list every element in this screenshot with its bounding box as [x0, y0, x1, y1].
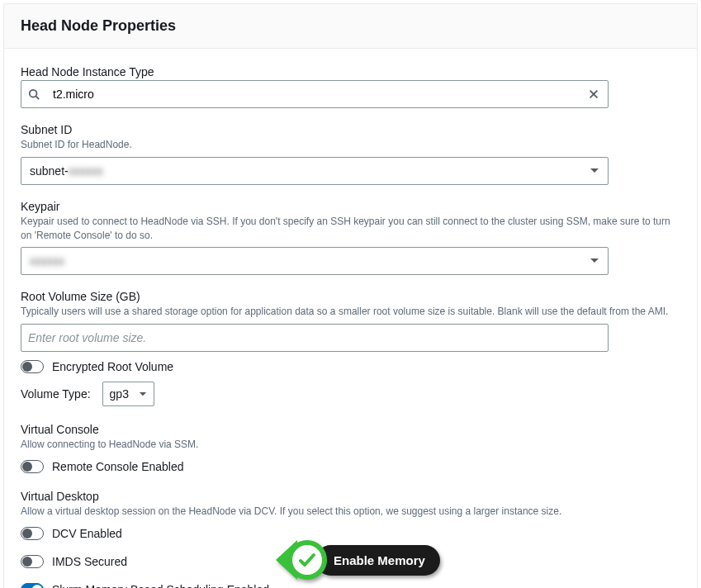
- callout-label: Enable Memory: [315, 545, 440, 576]
- root-volume-input[interactable]: [21, 326, 608, 349]
- root-volume-desc: Typically users will use a shared storag…: [21, 305, 680, 319]
- subnet-select[interactable]: subnet-xxxxxx: [21, 157, 609, 185]
- slurm-toggle[interactable]: [21, 583, 44, 588]
- dcv-toggle-row: DCV Enabled: [21, 527, 680, 540]
- virtual-desktop-label: Virtual Desktop: [21, 490, 680, 503]
- keypair-desc: Keypair used to connect to HeadNode via …: [21, 215, 680, 243]
- field-instance-type: Head Node Instance Type: [21, 65, 680, 108]
- panel-header: Head Node Properties: [4, 4, 697, 49]
- volume-type-select[interactable]: gp3: [102, 382, 154, 406]
- page-title: Head Node Properties: [21, 17, 680, 35]
- encrypted-toggle-row: Encrypted Root Volume: [21, 360, 680, 373]
- remote-console-toggle[interactable]: [21, 460, 44, 473]
- subnet-label: Subnet ID: [21, 123, 680, 136]
- virtual-console-label: Virtual Console: [21, 423, 680, 436]
- volume-type-value: gp3: [110, 387, 129, 401]
- root-volume-label: Root Volume Size (GB): [21, 290, 680, 303]
- caret-down-icon: [590, 258, 599, 264]
- field-keypair: Keypair Keypair used to connect to HeadN…: [21, 200, 680, 276]
- callout-check-circle: [287, 540, 327, 580]
- field-subnet: Subnet ID Subnet ID for HeadNode. subnet…: [21, 123, 680, 185]
- root-volume-input-wrap[interactable]: [21, 324, 609, 352]
- svg-point-0: [30, 90, 37, 97]
- field-root-volume: Root Volume Size (GB) Typically users wi…: [21, 290, 680, 352]
- keypair-select[interactable]: xxxxxx: [21, 247, 609, 275]
- enable-memory-callout: Enable Memory: [276, 540, 440, 580]
- encrypted-toggle-label: Encrypted Root Volume: [52, 360, 173, 373]
- slurm-toggle-row: Slurm Memory Based Scheduling Enabled: [21, 583, 680, 588]
- subnet-value: subnet-xxxxxx: [30, 164, 103, 178]
- virtual-console-desc: Allow connecting to HeadNode via SSM.: [21, 438, 680, 452]
- field-virtual-console: Virtual Console Allow connecting to Head…: [21, 423, 680, 452]
- svg-line-1: [36, 97, 40, 100]
- search-icon: [21, 88, 46, 100]
- caret-down-icon: [590, 168, 599, 174]
- instance-type-label: Head Node Instance Type: [21, 65, 680, 78]
- virtual-desktop-desc: Allow a virtual desktop session on the H…: [21, 505, 680, 519]
- subnet-desc: Subnet ID for HeadNode.: [21, 138, 680, 152]
- instance-type-input-wrap[interactable]: [21, 80, 609, 108]
- slurm-toggle-label: Slurm Memory Based Scheduling Enabled: [52, 583, 269, 588]
- subnet-hidden: xxxxxx: [69, 164, 103, 178]
- subnet-prefix: subnet-: [30, 164, 69, 178]
- head-node-properties-panel: Head Node Properties Head Node Instance …: [3, 3, 698, 588]
- imds-toggle-label: IMDS Secured: [52, 555, 127, 568]
- check-icon: [297, 550, 317, 570]
- keypair-value: xxxxxx: [30, 254, 64, 268]
- volume-type-label: Volume Type:: [21, 387, 91, 401]
- remote-console-toggle-label: Remote Console Enabled: [52, 460, 184, 473]
- dcv-toggle[interactable]: [21, 527, 44, 540]
- clear-icon[interactable]: [580, 88, 608, 100]
- panel-body: Head Node Instance Type: [4, 49, 697, 588]
- encrypted-toggle[interactable]: [21, 360, 44, 373]
- field-virtual-desktop: Virtual Desktop Allow a virtual desktop …: [21, 490, 680, 519]
- instance-type-input[interactable]: [46, 83, 580, 106]
- remote-console-toggle-row: Remote Console Enabled: [21, 460, 680, 473]
- keypair-label: Keypair: [21, 200, 680, 213]
- caret-down-icon: [139, 391, 147, 397]
- dcv-toggle-label: DCV Enabled: [52, 527, 122, 540]
- imds-toggle[interactable]: [21, 555, 44, 568]
- field-volume-type: Volume Type: gp3: [21, 382, 680, 406]
